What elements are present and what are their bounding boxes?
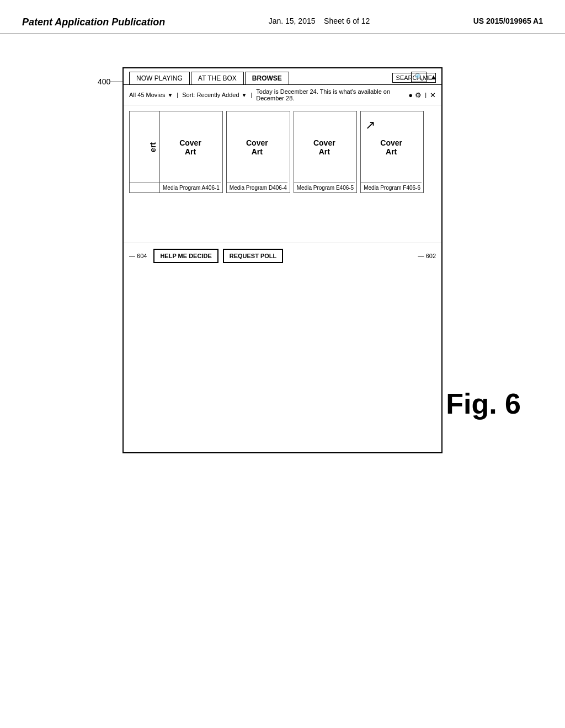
program-name-d: Media Program D (230, 185, 273, 191)
label-400: 400 (98, 77, 110, 86)
header-center: Jan. 15, 2015 Sheet 6 of 12 (269, 17, 370, 25)
date-text: Today is December 24. This is what's ava… (256, 88, 406, 101)
separator-3: | (425, 92, 427, 98)
dot-icon: ● (408, 91, 413, 99)
program-card-d[interactable]: Cover Art Media Program D 406-4 (226, 111, 290, 193)
program-card-e[interactable]: Cover Art Media Program E 406-5 (294, 111, 357, 193)
programs-row: ert Cover Art Media Program (124, 105, 441, 193)
program-footer-e: Media Program E 406-5 (294, 183, 356, 192)
partial-footer (130, 183, 159, 186)
program-ref-f: 406-6 (406, 185, 420, 191)
header-left: Patent Application Publication (22, 17, 165, 28)
program-ref-a: 406-1 (205, 185, 220, 191)
program-name-e: Media Program E (297, 185, 340, 191)
tab-browse[interactable]: BROWSE (245, 72, 289, 84)
program-card-a[interactable]: Cover Art Media Program A 406-1 (159, 111, 223, 193)
cover-art-a: Cover Art (160, 111, 221, 183)
cover-art-e: Cover Art (294, 111, 355, 183)
program-footer-a: Media Program A 406-1 (160, 183, 222, 192)
tab-at-the-box[interactable]: AT THE BOX (191, 72, 244, 84)
partial-program-card[interactable]: ert (129, 111, 159, 193)
sort-arrow-icon[interactable]: ▼ (167, 92, 173, 98)
request-poll-button[interactable]: REQUEST POLL (223, 249, 284, 263)
count-label: All 45 Movies (129, 92, 165, 98)
cover-art-d: Cover Art (227, 111, 287, 183)
program-name-a: Media Program A (163, 185, 205, 191)
label-602: — 602 (418, 253, 436, 259)
bottom-bar: — 604 HELP ME DECIDE REQUEST POLL — 602 (124, 243, 441, 269)
program-footer-f: Media Program F 406-6 (361, 183, 423, 192)
help-me-decide-button[interactable]: HELP ME DECIDE (153, 249, 218, 263)
settings-icon[interactable]: ⚙ (415, 91, 422, 99)
program-ref-e: 406-5 (340, 185, 354, 191)
filter-bar: All 45 Movies ▼ | Sort: Recently Added ▼… (124, 85, 441, 105)
tab-bar: NOW PLAYING AT THE BOX BROWSE SEARCH ME (124, 68, 441, 85)
sort-dropdown-arrow[interactable]: ▼ (242, 92, 247, 98)
program-ref-d: 406-4 (273, 185, 287, 191)
program-footer-d: Media Program D 406-4 (227, 183, 290, 192)
header-right: US 2015/019965 A1 (473, 17, 543, 25)
partial-cover-art: ert (130, 111, 159, 183)
fig-label: Fig. 6 (446, 387, 521, 420)
tab-now-playing[interactable]: NOW PLAYING (129, 72, 190, 84)
mockup-wrapper: 400 🔍 ▲ NOW PLAYING AT THE BOX BROWSE (122, 67, 443, 453)
ui-mockup: 🔍 ▲ NOW PLAYING AT THE BOX BROWSE SEARCH… (122, 67, 443, 453)
separator-2: | (250, 92, 252, 98)
cursor-icon: ↗ (365, 118, 375, 132)
close-icon[interactable]: ✕ (430, 91, 436, 99)
top-icons: 🔍 ▲ (411, 72, 437, 82)
label-604: — 604 (129, 253, 147, 259)
search-icon[interactable]: 🔍 (411, 72, 427, 82)
main-content: 400 🔍 ▲ NOW PLAYING AT THE BOX BROWSE (0, 34, 565, 464)
separator-1: | (177, 92, 178, 98)
program-name-f: Media Program F (364, 185, 406, 191)
sort-label[interactable]: Sort: Recently Added (182, 92, 239, 98)
page-header: Patent Application Publication Jan. 15, … (0, 0, 565, 34)
up-arrow-icon[interactable]: ▲ (430, 73, 437, 81)
